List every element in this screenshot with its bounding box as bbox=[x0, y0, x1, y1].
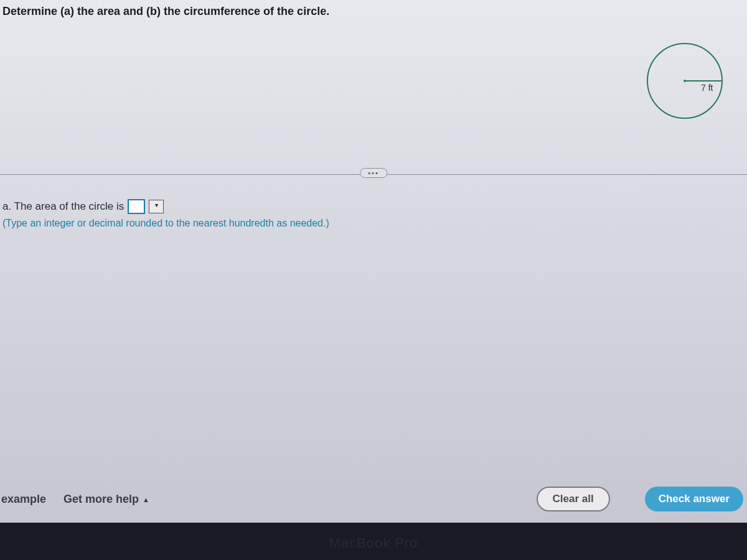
footer-bar: example Get more help ▲ Clear all Check … bbox=[0, 482, 747, 516]
check-answer-button[interactable]: Check answer bbox=[645, 487, 743, 511]
part-a-hint: (Type an integer or decimal rounded to t… bbox=[2, 218, 741, 229]
clear-all-button[interactable]: Clear all bbox=[537, 487, 610, 511]
expand-pill[interactable]: ••• bbox=[360, 168, 387, 178]
caret-up-icon: ▲ bbox=[143, 496, 149, 503]
example-button[interactable]: example bbox=[1, 493, 46, 506]
question-area: Determine (a) the area and (b) the circu… bbox=[0, 0, 747, 516]
answer-area: a. The area of the circle is (Type an in… bbox=[2, 199, 741, 229]
area-input[interactable] bbox=[128, 199, 145, 214]
svg-point-2 bbox=[684, 80, 686, 82]
radius-label: 7 ft bbox=[701, 83, 713, 93]
device-branding: MacBook Pro bbox=[329, 535, 418, 551]
part-a-prefix: a. The area of the circle is bbox=[2, 200, 124, 213]
unit-dropdown[interactable] bbox=[149, 200, 164, 213]
get-more-help-button[interactable]: Get more help ▲ bbox=[63, 493, 149, 506]
get-more-help-label: Get more help bbox=[63, 493, 139, 506]
question-prompt: Determine (a) the area and (b) the circu… bbox=[0, 0, 747, 18]
part-a-line: a. The area of the circle is bbox=[2, 199, 741, 214]
circle-diagram: 7 ft bbox=[641, 31, 728, 131]
